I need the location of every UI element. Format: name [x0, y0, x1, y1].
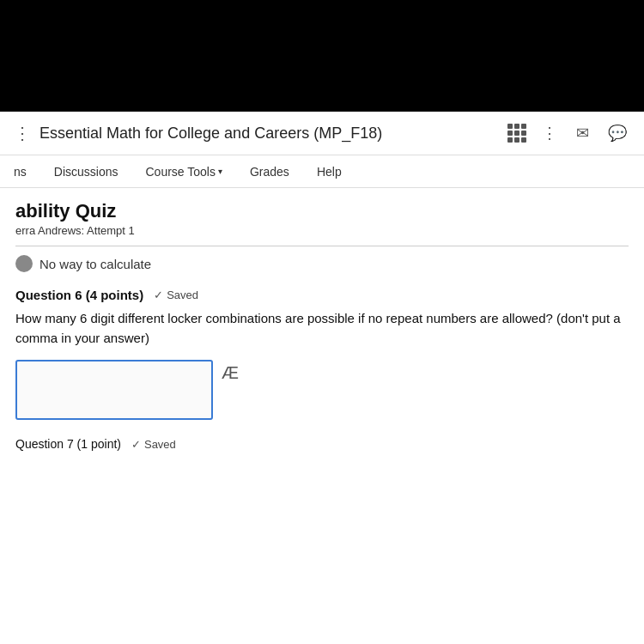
- app-container: ⋮ Essential Math for College and Careers…: [0, 112, 644, 644]
- answer-input[interactable]: [15, 360, 213, 420]
- chat-icon[interactable]: 💬: [605, 120, 630, 146]
- saved7-label: Saved: [144, 438, 176, 451]
- answer-row: Æ: [15, 360, 629, 420]
- question7-saved-badge: ✓ Saved: [131, 438, 176, 451]
- question7-label: Question 7 (1 point): [15, 437, 121, 451]
- page-title: ability Quiz: [15, 200, 629, 222]
- nav-item-help[interactable]: Help: [312, 158, 347, 185]
- grid-icon[interactable]: [507, 124, 526, 143]
- nav-item-course-tools[interactable]: Course Tools ▾: [141, 158, 228, 185]
- nav-item-grades[interactable]: Grades: [245, 158, 295, 185]
- nav-item-ns[interactable]: ns: [9, 158, 32, 185]
- question6-saved-badge: ✓ Saved: [154, 289, 198, 301]
- nav-bar: ns Discussions Course Tools ▾ Grades Hel…: [0, 155, 644, 188]
- course-title: Essential Math for College and Careers (…: [39, 125, 382, 143]
- course-tools-label: Course Tools: [146, 165, 216, 179]
- nav-item-discussions[interactable]: Discussions: [49, 158, 124, 185]
- page-content: ability Quiz erra Andrews: Attempt 1 No …: [0, 188, 644, 644]
- attempt-info: erra Andrews: Attempt 1: [15, 224, 629, 237]
- question7-preview: Question 7 (1 point) ✓ Saved: [15, 437, 629, 451]
- no-way-text: No way to calculate: [39, 257, 151, 271]
- no-way-row: No way to calculate: [15, 255, 629, 272]
- circle-icon: [15, 255, 33, 272]
- menu-dots-icon[interactable]: ⋮: [14, 123, 31, 143]
- question6-label: Question 6 (4 points): [15, 288, 143, 302]
- question6-block: Question 6 (4 points) ✓ Saved How many 6…: [15, 288, 629, 420]
- course-tools-arrow-icon: ▾: [218, 167, 222, 176]
- header-icons: ⋮ ✉ 💬: [507, 120, 630, 146]
- mail-icon[interactable]: ✉: [573, 120, 592, 146]
- checkmark-icon: ✓: [154, 289, 163, 301]
- header-left: ⋮ Essential Math for College and Careers…: [14, 123, 382, 143]
- saved-label: Saved: [167, 289, 198, 301]
- top-black-area: [0, 0, 644, 112]
- more-options-icon[interactable]: ⋮: [538, 120, 561, 146]
- spell-check-icon[interactable]: Æ: [222, 363, 239, 383]
- checkmark7-icon: ✓: [131, 438, 141, 451]
- question6-text: How many 6 digit different locker combin…: [15, 309, 629, 348]
- header-bar: ⋮ Essential Math for College and Careers…: [0, 112, 644, 155]
- question6-header: Question 6 (4 points) ✓ Saved: [15, 288, 629, 302]
- divider: [15, 246, 629, 246]
